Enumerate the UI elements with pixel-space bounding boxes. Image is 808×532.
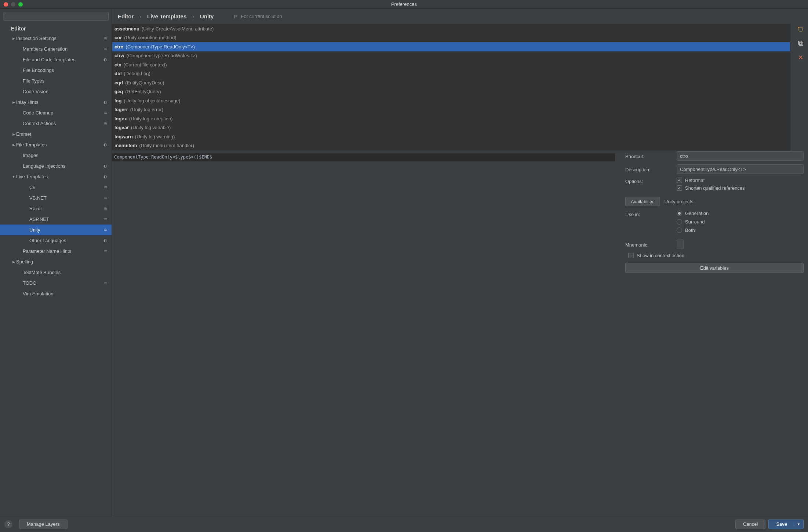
template-abbr: geq: [114, 89, 123, 94]
cancel-button[interactable]: Cancel: [735, 520, 765, 529]
breadcrumb-crumb[interactable]: Unity: [200, 13, 214, 19]
template-row-dbl[interactable]: dbl(Debug.Log): [112, 69, 790, 79]
template-desc: (Unity coroutine method): [124, 35, 176, 40]
sidebar-item-file-and-code-templates[interactable]: File and Code Templates: [0, 54, 112, 65]
sidebar-item-file-templates[interactable]: ▶File Templates: [0, 139, 112, 150]
layers-icon: [103, 206, 108, 211]
new-template-icon[interactable]: [797, 26, 804, 33]
template-row-geq[interactable]: geq(GetEntityQuery): [112, 87, 790, 96]
show-in-context-action-label: Show in context action: [637, 253, 684, 258]
sidebar-item-inspection-settings[interactable]: ▶Inspection Settings: [0, 33, 112, 44]
sidebar-item-spelling[interactable]: ▶Spelling: [0, 256, 112, 267]
template-toolbar: [793, 24, 808, 150]
maximize-window-button[interactable]: [18, 2, 23, 7]
sidebar-item-todo[interactable]: TODO: [0, 278, 112, 288]
chevron-right-icon[interactable]: ▶: [11, 260, 16, 264]
sidebar-item-context-actions[interactable]: Context Actions: [0, 118, 112, 129]
layers-icon: [103, 121, 108, 126]
sidebar-item-emmet[interactable]: ▶Emmet: [0, 129, 112, 139]
sidebar-item-textmate-bundles[interactable]: TextMate Bundles: [0, 267, 112, 278]
save-dropdown-chevron-icon[interactable]: ▼: [794, 522, 800, 526]
show-in-context-action-checkbox[interactable]: Show in context action: [628, 253, 804, 258]
sidebar-item-live-templates[interactable]: ▼Live Templates: [0, 171, 112, 182]
sidebar-item-unity[interactable]: Unity: [0, 225, 112, 235]
help-button[interactable]: ?: [4, 520, 12, 528]
chevron-right-icon[interactable]: ▶: [11, 143, 16, 147]
template-abbr: eqd: [114, 80, 123, 85]
duplicate-template-icon[interactable]: [797, 40, 804, 47]
sidebar-item-inlay-hints[interactable]: ▶Inlay Hints: [0, 97, 112, 108]
sidebar-item-vb-net[interactable]: VB.NET: [0, 193, 112, 203]
radio-selected-icon: [677, 211, 682, 216]
layers-icon: [103, 281, 108, 286]
template-row-cor[interactable]: cor(Unity coroutine method): [112, 33, 790, 43]
template-row-menuitem[interactable]: menuitem(Unity menu item handler): [112, 141, 790, 150]
sidebar-item-asp-net[interactable]: ASP.NET: [0, 214, 112, 225]
mnemonic-input[interactable]: [677, 240, 684, 249]
checkbox-checked-icon: ✓: [677, 178, 682, 183]
sidebar-item-parameter-name-hints[interactable]: Parameter Name Hints: [0, 246, 112, 256]
availability-button[interactable]: Availability:: [625, 197, 660, 206]
icon-spacer: [103, 291, 108, 296]
template-abbr: logerr: [114, 107, 128, 112]
chevron-right-icon[interactable]: ▶: [11, 101, 16, 104]
template-row-logvar[interactable]: logvar(Unity log variable): [112, 123, 790, 132]
edit-variables-button[interactable]: Edit variables: [625, 263, 804, 273]
sidebar-item-members-generation[interactable]: Members Generation: [0, 44, 112, 54]
template-abbr: ctrw: [114, 53, 124, 58]
shortcut-input[interactable]: [677, 151, 804, 161]
sidebar-item-file-encodings[interactable]: File Encodings: [0, 65, 112, 76]
template-abbr: menuitem: [114, 143, 137, 148]
template-row-log[interactable]: log(Unity log object/message): [112, 96, 790, 105]
layers-icon: [103, 110, 108, 116]
preferences-search-input[interactable]: [3, 12, 109, 21]
template-row-logerr[interactable]: logerr(Unity log error): [112, 105, 790, 114]
sidebar-item-c-[interactable]: C#: [0, 182, 112, 193]
layers-icon: [103, 36, 108, 41]
chevron-right-icon[interactable]: ▶: [11, 132, 16, 136]
breadcrumb-crumb[interactable]: Editor: [118, 13, 134, 19]
sidebar-item-vim-emulation[interactable]: Vim Emulation: [0, 288, 112, 299]
template-list[interactable]: assetmenu(Unity CreateAssetMenu attribut…: [112, 24, 790, 150]
icon-spacer: [103, 89, 108, 94]
close-window-button[interactable]: [4, 2, 8, 7]
breadcrumb: Editor › Live Templates › Unity For curr…: [112, 9, 808, 24]
layers-icon: [103, 249, 108, 254]
sidebar-item-label: C#: [29, 185, 103, 190]
sidebar-item-other-languages[interactable]: Other Languages: [0, 235, 112, 246]
sidebar-item-file-types[interactable]: File Types: [0, 76, 112, 86]
chevron-right-icon[interactable]: ▶: [11, 37, 16, 40]
chevron-down-icon[interactable]: ▼: [11, 175, 16, 179]
save-button[interactable]: Save ▼: [768, 520, 804, 529]
template-row-ctro[interactable]: ctro(ComponentType.ReadOnly<T>): [112, 42, 790, 51]
window-title: Preferences: [391, 1, 417, 7]
sidebar-item-razor[interactable]: Razor: [0, 203, 112, 214]
sidebar-item-images[interactable]: Images: [0, 150, 112, 161]
sidebar-item-label: Vim Emulation: [23, 291, 103, 296]
template-code-editor[interactable]: ComponentType.ReadOnly<$type$>()$END$: [112, 153, 615, 161]
sidebar-item-code-cleanup[interactable]: Code Cleanup: [0, 108, 112, 118]
chevron-right-icon: ›: [192, 14, 194, 19]
usein-surround-radio[interactable]: Surround: [677, 219, 804, 225]
template-row-ctx[interactable]: ctx(Current file context): [112, 60, 790, 69]
template-row-eqd[interactable]: eqd(EntityQueryDesc): [112, 78, 790, 87]
sidebar-item-language-injections[interactable]: Language Injections: [0, 161, 112, 171]
shorten-refs-checkbox[interactable]: ✓ Shorten qualified references: [677, 185, 804, 191]
layers-icon: [103, 217, 108, 222]
template-row-ctrw[interactable]: ctrw(ComponentType.ReadWrite<T>): [112, 51, 790, 61]
manage-layers-button[interactable]: Manage Layers: [19, 520, 68, 529]
template-row-logwarn[interactable]: logwarn(Unity log warning): [112, 132, 790, 141]
sidebar-item-code-vision[interactable]: Code Vision: [0, 86, 112, 97]
sidebar-item-label: Other Languages: [29, 238, 103, 243]
breadcrumb-crumb[interactable]: Live Templates: [147, 13, 186, 19]
template-row-assetmenu[interactable]: assetmenu(Unity CreateAssetMenu attribut…: [112, 24, 790, 33]
template-row-logex[interactable]: logex(Unity log exception): [112, 114, 790, 123]
usein-both-radio[interactable]: Both: [677, 227, 804, 233]
usein-generation-radio[interactable]: Generation: [677, 211, 804, 216]
settings-tree: Editor ▶Inspection SettingsMembers Gener…: [0, 23, 112, 516]
delete-template-icon[interactable]: [797, 54, 804, 61]
checkbox-unchecked-icon: [628, 253, 634, 258]
reformat-checkbox[interactable]: ✓ Reformat: [677, 178, 804, 183]
minimize-window-button[interactable]: [11, 2, 15, 7]
description-input[interactable]: [677, 164, 804, 174]
